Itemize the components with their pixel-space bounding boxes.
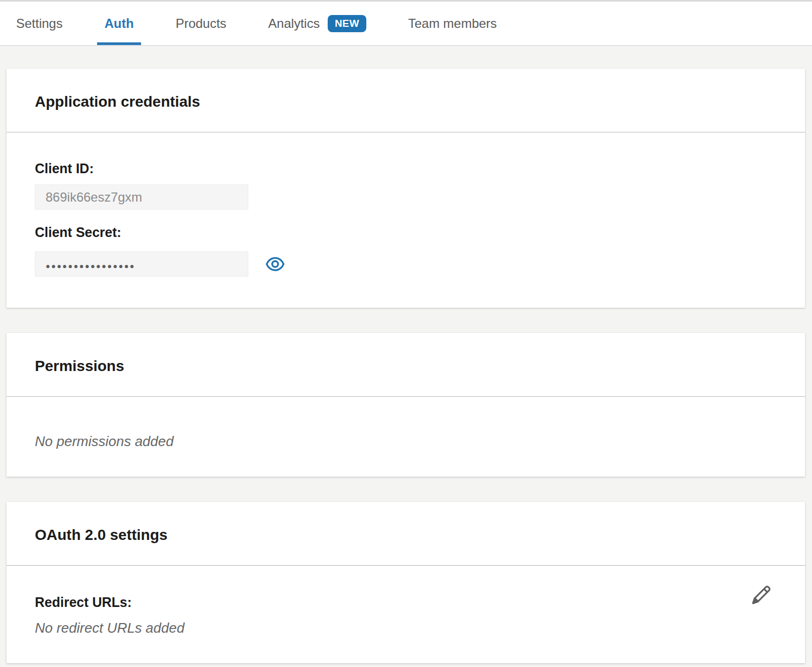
- no-redirect-urls-text: No redirect URLs added: [35, 620, 777, 636]
- tab-auth[interactable]: Auth: [97, 2, 142, 45]
- edit-redirect-urls-button[interactable]: [749, 583, 773, 607]
- permissions-title: Permissions: [35, 357, 777, 375]
- tab-team-members[interactable]: Team members: [401, 2, 504, 45]
- client-id-label: Client ID:: [35, 161, 777, 176]
- tab-settings[interactable]: Settings: [9, 2, 70, 45]
- tab-products[interactable]: Products: [168, 2, 234, 45]
- no-permissions-text: No permissions added: [35, 433, 777, 450]
- auth-tab-content: Application credentials Client ID: 869ik…: [0, 46, 812, 663]
- show-client-secret-button[interactable]: [265, 255, 285, 273]
- tab-products-label: Products: [175, 16, 226, 31]
- permissions-header: Permissions: [6, 333, 805, 397]
- permissions-card: Permissions No permissions added: [6, 333, 805, 477]
- client-secret-masked-value: ●●●●●●●●●●●●●●●●: [46, 262, 135, 270]
- oauth-settings-body: Redirect URLs: No redirect URLs added: [6, 566, 805, 663]
- tab-bar: Settings Auth Products Analytics NEW Tea…: [0, 0, 812, 46]
- client-secret-field[interactable]: ●●●●●●●●●●●●●●●●: [35, 251, 248, 277]
- oauth-settings-title: OAuth 2.0 settings: [35, 526, 777, 544]
- pencil-icon: [749, 583, 773, 607]
- application-credentials-header: Application credentials: [6, 69, 805, 132]
- client-id-value: 869ik66esz7gxm: [46, 190, 142, 204]
- client-secret-label: Client Secret:: [35, 225, 777, 240]
- oauth-settings-card: OAuth 2.0 settings Redirect URLs: No red…: [6, 502, 805, 663]
- new-badge: NEW: [328, 15, 366, 32]
- oauth-settings-header: OAuth 2.0 settings: [6, 502, 805, 566]
- tab-analytics-label: Analytics: [268, 16, 320, 31]
- redirect-urls-label: Redirect URLs:: [35, 595, 777, 610]
- permissions-body: No permissions added: [6, 397, 805, 477]
- application-credentials-title: Application credentials: [35, 93, 777, 111]
- tab-settings-label: Settings: [16, 16, 63, 31]
- application-credentials-card: Application credentials Client ID: 869ik…: [6, 69, 805, 308]
- application-credentials-body: Client ID: 869ik66esz7gxm Client Secret:…: [6, 132, 805, 308]
- client-secret-row: ●●●●●●●●●●●●●●●●: [35, 251, 777, 277]
- eye-icon: [265, 255, 285, 273]
- tab-auth-label: Auth: [105, 16, 134, 31]
- tab-team-members-label: Team members: [408, 16, 497, 31]
- tab-analytics[interactable]: Analytics NEW: [261, 2, 374, 45]
- client-id-field[interactable]: 869ik66esz7gxm: [35, 184, 248, 210]
